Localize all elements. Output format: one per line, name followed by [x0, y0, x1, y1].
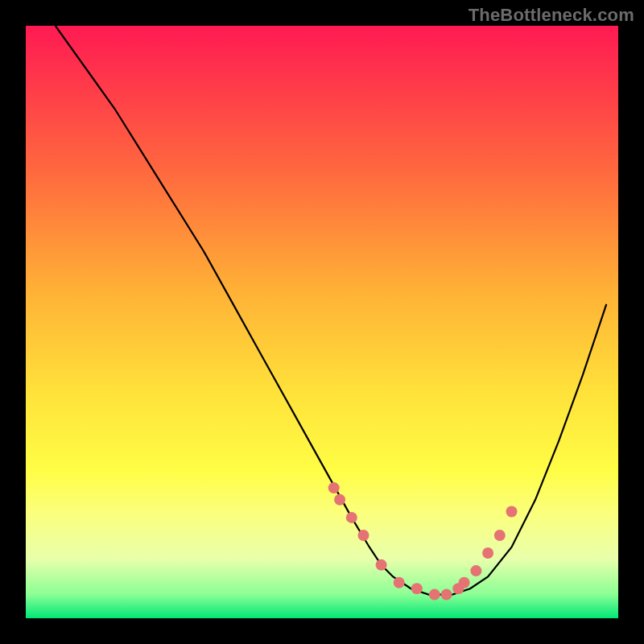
- data-point: [429, 589, 440, 601]
- data-point: [506, 506, 518, 518]
- data-point: [334, 494, 345, 506]
- data-point: [411, 583, 423, 594]
- watermark-text: TheBottleneck.com: [469, 5, 634, 26]
- data-point: [358, 530, 369, 541]
- chart-plot-area: [26, 26, 618, 618]
- data-point: [328, 482, 340, 493]
- curve-line: [56, 26, 607, 595]
- data-point: [376, 559, 387, 571]
- data-point: [459, 577, 470, 588]
- data-point: [470, 565, 481, 576]
- data-point: [394, 577, 405, 588]
- data-point: [441, 589, 452, 601]
- data-point: [494, 530, 506, 541]
- data-point: [346, 512, 357, 523]
- data-point: [482, 547, 493, 559]
- chart-svg: [26, 26, 618, 618]
